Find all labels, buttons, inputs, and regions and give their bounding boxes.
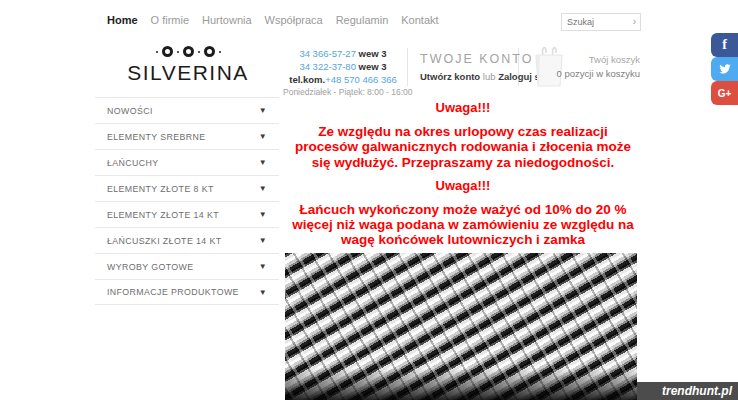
sidebar-item-elementy-zlote-14kt[interactable]: ELEMENTY ZŁOTE 14 KT ▼ [95, 201, 279, 227]
chevron-down-icon: ▼ [259, 288, 267, 297]
sidebar-menu: NOWOŚCI ▼ ELEMENTY SREBRNE ▼ ŁAŃCUCHY ▼ … [95, 97, 279, 305]
search-input[interactable] [562, 17, 629, 27]
or-label: lub [483, 71, 496, 82]
sidebar-item-informacje-produktowe[interactable]: INFORMACJE PRODUKTOWE ▼ [95, 279, 279, 305]
sidebar-item-label: ELEMENTY SREBRNE [107, 132, 206, 142]
nav-item-kontakt[interactable]: Kontakt [401, 14, 438, 26]
googleplus-icon: G+ [718, 88, 732, 99]
account-block: TWOJE KONTO Utwórz konto lub Zaloguj się [420, 52, 548, 82]
logo[interactable]: SILVERINA [95, 44, 281, 85]
contact-block: 34 366-57-27 wew 3 34 322-37-80 wew 3 te… [283, 47, 403, 99]
googleplus-button[interactable]: G+ [711, 81, 738, 105]
sidebar-item-label: NOWOŚCI [107, 106, 153, 116]
sidebar-item-label: ELEMENTY ZŁOTE 8 KT [107, 184, 214, 194]
logo-rings-icon [95, 44, 281, 59]
sidebar-item-elementy-srebrne[interactable]: ELEMENTY SREBRNE ▼ [95, 123, 279, 149]
sidebar-item-nowosci[interactable]: NOWOŚCI ▼ [95, 97, 279, 123]
mobile-number: +48 570 466 366 [325, 74, 397, 85]
chevron-down-icon: ▼ [259, 184, 267, 193]
social-bar: f G+ [711, 33, 738, 105]
notice-body-2: Łańcuch wykończony może ważyć od 10% do … [285, 202, 641, 248]
chevron-down-icon: ▼ [259, 210, 267, 219]
sidebar-item-lancuszki-zlote-14kt[interactable]: ŁAŃCUSZKI ZŁOTE 14 KT ▼ [95, 227, 279, 253]
sidebar-item-label: INFORMACJE PRODUKTOWE [107, 287, 239, 297]
sidebar-item-wyroby-gotowe[interactable]: WYROBY GOTOWE ▼ [95, 253, 279, 279]
search-submit-icon[interactable]: › [629, 15, 640, 29]
sidebar-item-label: WYROBY GOTOWE [107, 262, 194, 272]
top-nav: Home O firmie Hurtownia Współpraca Regul… [107, 14, 439, 26]
create-account-link[interactable]: Utwórz konto [420, 71, 480, 82]
cart-label: Twój koszyk [543, 53, 640, 67]
search-box: › [561, 13, 641, 31]
chevron-down-icon: ▼ [259, 236, 267, 245]
phone-ext-1: wew 3 [359, 48, 387, 59]
facebook-icon: f [722, 37, 727, 53]
facebook-button[interactable]: f [711, 33, 738, 57]
phone-line-2: 34 322-37-80 wew 3 [283, 60, 403, 73]
account-title: TWOJE KONTO [420, 52, 548, 66]
phone-number-2: 34 322-37-80 [299, 61, 356, 72]
sidebar-item-lancuchy[interactable]: ŁAŃCUCHY ▼ [95, 149, 279, 175]
chevron-down-icon: ▼ [259, 106, 267, 115]
header-divider [407, 48, 408, 86]
nav-item-home[interactable]: Home [107, 14, 138, 26]
mobile-line: tel.kom.+48 570 466 366 [283, 73, 403, 86]
nav-item-regulamin[interactable]: Regulamin [336, 14, 389, 26]
phone-line-1: 34 366-57-27 wew 3 [283, 47, 403, 60]
phone-number-1: 34 366-57-27 [299, 48, 356, 59]
sidebar-item-label: ELEMENTY ZŁOTE 14 KT [107, 210, 219, 220]
sidebar-item-elementy-zlote-8kt[interactable]: ELEMENTY ZŁOTE 8 KT ▼ [95, 175, 279, 201]
notice-body-1: Ze względu na okres urlopowy czas realiz… [285, 124, 641, 170]
chevron-down-icon: ▼ [259, 132, 267, 141]
chevron-down-icon: ▼ [259, 158, 267, 167]
notice-title-2: Uwaga!!! [285, 178, 641, 193]
cart-info[interactable]: Twój koszyk 0 pozycji w koszyku [543, 53, 640, 81]
watermark-badge: trendhunt.pl [637, 382, 738, 400]
twitter-button[interactable] [711, 57, 738, 81]
nav-item-hurtownia[interactable]: Hurtownia [202, 14, 252, 26]
sidebar-item-label: ŁAŃCUCHY [107, 158, 159, 168]
logo-text: SILVERINA [95, 61, 281, 85]
chevron-down-icon: ▼ [259, 262, 267, 271]
nav-item-wspolpraca[interactable]: Współpraca [265, 14, 323, 26]
cart-status: 0 pozycji w koszyku [543, 67, 640, 81]
mobile-label: tel.kom. [289, 74, 325, 85]
sidebar-item-label: ŁAŃCUSZKI ZŁOTE 14 KT [107, 236, 221, 246]
phone-ext-2: wew 3 [359, 61, 387, 72]
chains-photo [285, 253, 637, 400]
notice-title-1: Uwaga!!! [285, 100, 641, 115]
twitter-icon [718, 62, 732, 76]
nav-item-o-firmie[interactable]: O firmie [151, 14, 190, 26]
